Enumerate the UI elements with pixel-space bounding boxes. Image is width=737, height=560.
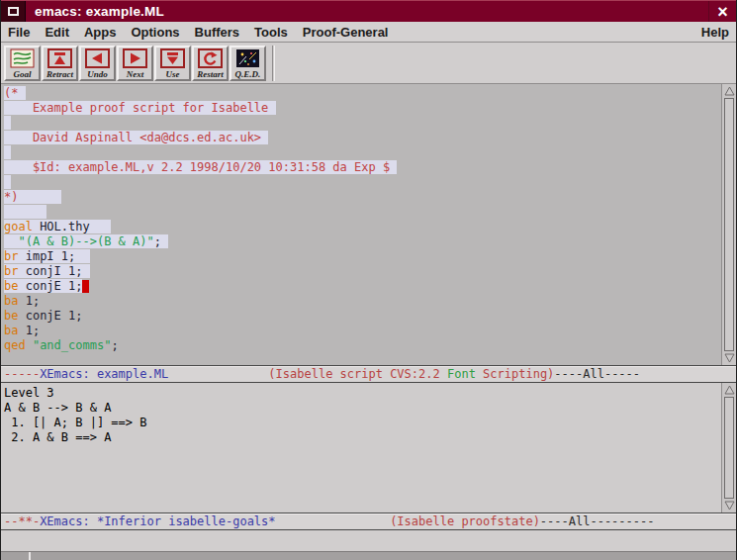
modeline-text: --**-XEmacs: *Inferior isabelle-goals* (… (4, 513, 736, 528)
toolbar-button-label: Goal (14, 69, 32, 79)
modeline-text: -----XEmacs: example.ML (Isabelle script… (4, 366, 736, 381)
toolbar-button-label: Restart (197, 69, 224, 79)
xemacs-window: emacs: example.ML × FileEditAppsOptionsB… (0, 0, 737, 560)
script-line: $Id: example.ML,v 2.2 1998/10/20 10:31:5… (4, 160, 721, 175)
menu-item-options[interactable]: Options (131, 25, 179, 40)
restart-icon (198, 48, 223, 69)
toolbar-button-label: Undo (87, 69, 108, 79)
script-modeline: -----XEmacs: example.ML (Isabelle script… (1, 365, 736, 383)
script-line (4, 145, 721, 160)
goals-line: Level 3 (4, 386, 721, 401)
scrollbar-thumb[interactable] (724, 397, 734, 499)
qed-icon (235, 48, 260, 69)
script-line: (* (4, 86, 721, 101)
script-line: David Aspinall <da@dcs.ed.ac.uk> (4, 131, 721, 145)
toolbar-button-qed[interactable]: Q.E.D. (230, 46, 266, 81)
scrollbar-down-arrow-icon[interactable] (723, 500, 736, 512)
toolbar-button-label: Retract (46, 69, 73, 79)
text-cursor (82, 280, 89, 293)
scrollbar-thumb[interactable] (724, 98, 734, 351)
titlebar[interactable]: emacs: example.ML × (1, 0, 736, 22)
script-buffer-window: (* Example proof script for Isabelle Dav… (1, 84, 736, 365)
script-line: be conjE 1; (4, 279, 721, 294)
goals-line: 1. [| A; B |] ==> B (4, 416, 721, 430)
toolbar: GoalRetractUndoNextUseRestartQ.E.D. (1, 43, 736, 84)
menu-item-buffers[interactable]: Buffers (195, 25, 240, 40)
goals-buffer[interactable]: Level 3A & B --> B & A 1. [| A; B |] ==>… (1, 383, 721, 513)
menu-item-proof-general[interactable]: Proof-General (303, 25, 389, 40)
script-line: ba 1; (4, 324, 721, 338)
scrollbar-down-arrow-icon[interactable] (723, 352, 736, 364)
script-line (4, 175, 721, 190)
horizontal-scrollbar-left-box[interactable] (1, 552, 31, 560)
goal-icon (10, 48, 35, 69)
horizontal-scrollbar-track[interactable] (31, 552, 736, 560)
window-menu-icon (8, 7, 19, 16)
menu-item-apps[interactable]: Apps (84, 25, 117, 40)
script-line: ba 1; (4, 294, 721, 309)
scrollbar-up-arrow-icon[interactable] (723, 384, 736, 396)
retract-icon (47, 48, 72, 69)
toolbar-button-label: Use (166, 69, 180, 79)
menu-item-tools[interactable]: Tools (254, 25, 288, 40)
script-line: Example proof script for Isabelle (4, 101, 721, 116)
toolbar-button-use[interactable]: Use (154, 46, 191, 81)
script-line: br conjI 1; (4, 264, 721, 279)
script-line: qed "and_comms"; (4, 338, 721, 353)
toolbar-button-label: Next (127, 69, 144, 79)
close-icon: × (717, 3, 728, 21)
toolbar-button-goal[interactable]: Goal (4, 46, 41, 81)
toolbar-button-restart[interactable]: Restart (192, 46, 229, 81)
goals-scrollbar[interactable] (721, 383, 736, 513)
goals-line: A & B --> B & A (4, 401, 721, 416)
menu-item-file[interactable]: File (8, 25, 30, 40)
script-line: be conjE 1; (4, 309, 721, 324)
menubar-items: FileEditAppsOptionsBuffersToolsProof-Gen… (8, 25, 388, 40)
script-buffer[interactable]: (* Example proof script for Isabelle Dav… (1, 84, 721, 365)
toolbar-separator (272, 46, 275, 81)
window-title: emacs: example.ML (26, 4, 708, 19)
toolbar-button-label: Q.E.D. (235, 69, 261, 79)
toolbar-button-next[interactable]: Next (117, 46, 153, 81)
toolbar-button-retract[interactable]: Retract (42, 46, 78, 81)
script-scrollbar[interactable] (721, 84, 736, 365)
menubar: FileEditAppsOptionsBuffersToolsProof-Gen… (1, 22, 736, 43)
script-line: br impI 1; (4, 249, 721, 264)
script-line (4, 116, 721, 131)
goals-modeline: --**-XEmacs: *Inferior isabelle-goals* (… (1, 513, 736, 530)
toolbar-button-undo[interactable]: Undo (79, 46, 116, 81)
horizontal-scrollbar[interactable] (1, 551, 736, 560)
close-button[interactable]: × (708, 1, 736, 22)
window-menu-button[interactable] (1, 1, 26, 22)
script-line: *) (4, 190, 721, 205)
menu-item-help[interactable]: Help (701, 25, 729, 40)
scrollbar-up-arrow-icon[interactable] (723, 85, 736, 97)
menu-item-edit[interactable]: Edit (45, 25, 69, 40)
script-line: goal HOL.thy (4, 220, 721, 234)
script-line (4, 205, 721, 220)
next-icon (123, 48, 147, 69)
goals-buffer-window: Level 3A & B --> B & A 1. [| A; B |] ==>… (1, 383, 736, 513)
use-icon (160, 48, 185, 69)
minibuffer[interactable] (1, 530, 736, 551)
script-line: "(A & B)-->(B & A)"; (4, 234, 721, 249)
goals-line: 2. A & B ==> A (4, 430, 721, 445)
undo-icon (85, 48, 110, 69)
